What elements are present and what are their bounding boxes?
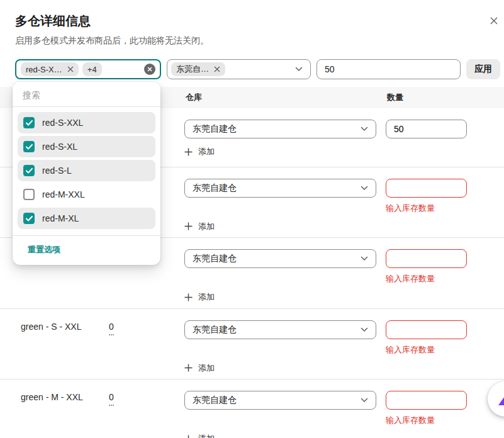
- multi-warehouse-dialog: 多仓详细信息 启用多仓模式并发布商品后，此功能将无法关闭。 red-S-X… +…: [0, 0, 504, 438]
- row-warehouse-value: 东莞自建仓: [193, 182, 237, 194]
- add-warehouse-button[interactable]: 添加: [184, 146, 215, 157]
- dropdown-option[interactable]: red-M-XL: [18, 208, 155, 229]
- circle-x-icon: [147, 67, 152, 72]
- row-warehouse-select[interactable]: 东莞自建仓: [184, 120, 376, 138]
- option-label: red-S-XXL: [42, 118, 83, 128]
- option-label: red-S-XL: [42, 142, 77, 152]
- add-warehouse-button[interactable]: 添加: [184, 291, 215, 303]
- sku-filter-tag: red-S-X…: [21, 62, 79, 76]
- chevron-down-icon: [361, 256, 368, 261]
- sku-dropdown-popover: red-S-XXL red-S-XL red-S-L red-M-XXL: [13, 82, 160, 265]
- warehouse-cell: 东莞自建仓 添加: [176, 320, 376, 375]
- warehouse-cell: 东莞自建仓 添加: [176, 391, 376, 438]
- row-warehouse-value: 东莞自建仓: [193, 123, 237, 135]
- plus-icon: [184, 222, 193, 230]
- quantity-cell: 输入库存数量: [376, 391, 504, 438]
- tag-remove-icon[interactable]: [67, 66, 74, 72]
- dropdown-option[interactable]: red-S-XXL: [18, 112, 155, 133]
- checkbox-unchecked-icon[interactable]: [23, 189, 35, 200]
- warehouse-select[interactable]: 东莞自…: [167, 59, 311, 79]
- tag-remove-icon[interactable]: [214, 66, 220, 72]
- chevron-down-icon: [361, 186, 368, 191]
- quantity-cell: [376, 120, 504, 159]
- row-warehouse-value: 东莞自建仓: [193, 395, 237, 406]
- plus-icon: [184, 435, 193, 438]
- sku-total-stock[interactable]: 0: [109, 392, 114, 406]
- quantity-cell: 输入库存数量: [376, 320, 504, 375]
- page-subtitle: 启用多仓模式并发布商品后，此功能将无法关闭。: [15, 35, 489, 47]
- quantity-column-header: 数量: [376, 92, 504, 103]
- add-warehouse-button[interactable]: 添加: [184, 221, 215, 232]
- row-warehouse-value: 东莞自建仓: [193, 253, 237, 264]
- dropdown-option[interactable]: red-S-L: [18, 160, 155, 181]
- add-label: 添加: [198, 362, 215, 374]
- plus-icon: [184, 293, 193, 301]
- checkbox-checked-icon[interactable]: [23, 117, 35, 128]
- close-icon: [490, 16, 498, 25]
- chevron-down-icon: [295, 67, 303, 72]
- row-quantity-input[interactable]: [386, 391, 467, 410]
- page-title: 多仓详细信息: [15, 13, 489, 30]
- close-button[interactable]: [488, 15, 500, 26]
- warehouse-column-header: 仓库: [176, 92, 376, 103]
- clear-all-button[interactable]: [144, 64, 155, 75]
- sku-cell: green - S - XXL 0: [0, 320, 176, 375]
- option-label: red-M-XXL: [42, 189, 85, 199]
- plus-icon: [184, 364, 193, 372]
- quantity-error-text: 输入库存数量: [386, 203, 504, 214]
- option-label: red-S-L: [42, 166, 72, 176]
- bulk-quantity-input[interactable]: [316, 59, 461, 79]
- sku-overflow-tag[interactable]: +4: [82, 62, 102, 76]
- add-label: 添加: [198, 291, 215, 303]
- sku-multiselect[interactable]: red-S-X… +4: [15, 59, 161, 79]
- warehouse-cell: 东莞自建仓 添加: [176, 249, 376, 304]
- row-warehouse-select[interactable]: 东莞自建仓: [184, 391, 376, 410]
- bulk-apply-toolbar: red-S-X… +4 东莞自…: [15, 59, 500, 79]
- row-warehouse-select[interactable]: 东莞自建仓: [184, 179, 376, 198]
- dialog-header: 多仓详细信息 启用多仓模式并发布商品后，此功能将无法关闭。: [0, 0, 504, 47]
- sku-filter-tag-label: red-S-X…: [26, 65, 62, 74]
- add-label: 添加: [198, 221, 215, 232]
- row-warehouse-value: 东莞自建仓: [193, 324, 237, 335]
- plus-icon: [184, 148, 193, 156]
- sku-total-stock[interactable]: 0: [109, 322, 114, 335]
- checkbox-checked-icon[interactable]: [23, 141, 35, 152]
- warehouse-cell: 东莞自建仓 添加: [176, 120, 376, 159]
- reset-options-link[interactable]: 重置选项: [13, 236, 160, 265]
- dropdown-option[interactable]: red-M-XXL: [18, 184, 155, 205]
- row-quantity-input[interactable]: [386, 320, 467, 339]
- row-quantity-input[interactable]: [386, 179, 467, 198]
- warehouse-filter-tag-label: 东莞自…: [176, 64, 209, 75]
- checkbox-checked-icon[interactable]: [23, 165, 35, 176]
- add-warehouse-button[interactable]: 添加: [184, 433, 215, 438]
- table-row: green - M - XXL 0 东莞自建仓 添加: [0, 379, 504, 438]
- quantity-error-text: 输入库存数量: [386, 415, 504, 426]
- dropdown-option[interactable]: red-S-XL: [18, 136, 155, 157]
- chevron-down-icon: [361, 398, 368, 403]
- warehouse-filter-tag: 东莞自…: [171, 62, 225, 76]
- row-quantity-input[interactable]: [386, 249, 467, 268]
- add-label: 添加: [198, 433, 215, 438]
- quantity-error-text: 输入库存数量: [386, 273, 504, 284]
- dropdown-search-input[interactable]: [13, 82, 160, 106]
- row-warehouse-select[interactable]: 东莞自建仓: [184, 249, 376, 268]
- sku-label: green - M - XXL: [21, 392, 109, 402]
- quantity-cell: 输入库存数量: [376, 179, 504, 233]
- add-label: 添加: [198, 146, 215, 157]
- checkbox-checked-icon[interactable]: [23, 213, 35, 224]
- sku-overflow-tag-label: +4: [87, 65, 97, 74]
- row-quantity-input[interactable]: [386, 120, 467, 138]
- row-warehouse-select[interactable]: 东莞自建仓: [184, 320, 376, 339]
- option-label: red-M-XL: [42, 213, 79, 223]
- apply-button[interactable]: 应用: [466, 59, 500, 79]
- sku-cell: green - M - XXL 0: [0, 391, 176, 438]
- chevron-down-icon: [361, 126, 368, 132]
- table-row: green - S - XXL 0 东莞自建仓 添加: [0, 309, 504, 380]
- quantity-cell: 输入库存数量: [376, 249, 504, 304]
- chevron-down-icon: [361, 327, 368, 332]
- dropdown-option-list: red-S-XXL red-S-XL red-S-L red-M-XXL: [13, 107, 160, 235]
- add-warehouse-button[interactable]: 添加: [184, 362, 215, 374]
- sku-label: green - S - XXL: [21, 322, 109, 332]
- purple-triangle-logo-icon: [497, 391, 504, 407]
- quantity-error-text: 输入库存数量: [386, 344, 504, 356]
